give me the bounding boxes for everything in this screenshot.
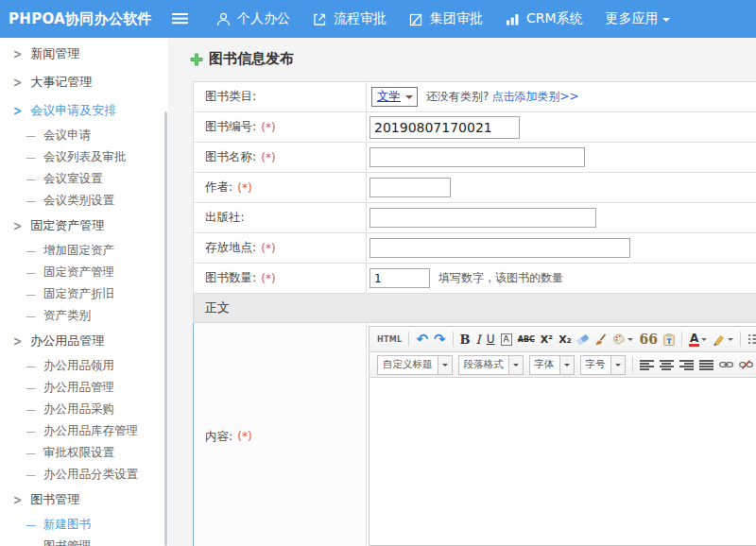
select-arrow-icon — [405, 95, 413, 103]
field-label: 图书名称:(*) — [194, 143, 367, 172]
sidebar-subitem-label: 办公用品管理 — [43, 380, 114, 396]
sidebar-subitem-label: 固定资产管理 — [43, 264, 114, 281]
sidebar-subitem[interactable]: —会议申请 — [0, 125, 168, 146]
bold-button[interactable]: B — [460, 333, 471, 347]
dash-icon: — — [26, 173, 36, 185]
hamburger-menu-icon[interactable] — [172, 13, 188, 25]
custom-title-dropdown[interactable]: 自定义标题 — [377, 355, 453, 375]
sidebar-subitem[interactable]: —增加固定资产 — [0, 240, 168, 262]
italic-button[interactable]: I — [476, 333, 481, 347]
font-family-dropdown[interactable]: 字体 — [529, 355, 575, 375]
book-name-input[interactable] — [369, 147, 585, 167]
dropdown-arrow-icon — [559, 356, 574, 374]
toolbar-separator — [681, 332, 682, 347]
align-right-button[interactable] — [679, 360, 694, 370]
redo-button[interactable]: ↷ — [434, 333, 446, 347]
highlight-button[interactable] — [713, 333, 733, 346]
font-color-button[interactable]: A — [689, 333, 707, 347]
field-label: 存放地点:(*) — [194, 233, 367, 263]
remove-link-button[interactable] — [739, 360, 753, 369]
sidebar-subitem-label: 固定资产折旧 — [43, 286, 114, 302]
align-justify-button[interactable] — [699, 360, 713, 370]
sidebar-item-books[interactable]: >图书管理 — [0, 486, 168, 514]
sidebar-subitem-new-book[interactable]: —新建图书 — [0, 514, 168, 536]
editor-canvas[interactable] — [369, 378, 756, 545]
align-center-button[interactable] — [660, 360, 674, 370]
dash-icon: — — [26, 382, 36, 394]
autoformat-button[interactable]: A — [501, 333, 512, 346]
quantity-input[interactable] — [369, 268, 430, 288]
paragraph-format-dropdown[interactable]: 段落格式 — [458, 355, 524, 375]
subscript-button[interactable]: X₂ — [558, 333, 571, 346]
sidebar-item-events[interactable]: >大事记管理 — [0, 68, 168, 96]
field-label: 内容:(*) — [194, 323, 367, 546]
nav-crm-system[interactable]: CRM系统 — [506, 10, 583, 27]
dash-icon: — — [26, 245, 36, 257]
sidebar-item-meetings[interactable]: >会议申请及安排 — [0, 96, 168, 125]
blockquote-button[interactable]: 66 — [639, 333, 657, 346]
nav-personal-office[interactable]: 个人办公 — [216, 10, 290, 27]
sidebar-subitem[interactable]: —办公用品库存管理 — [0, 420, 168, 442]
sidebar-item-supplies[interactable]: >办公用品管理 — [0, 327, 168, 355]
dash-icon: — — [26, 519, 36, 531]
sidebar-subitem[interactable]: —审批权限设置 — [0, 442, 168, 464]
sidebar-item-news[interactable]: >新闻管理 — [0, 40, 168, 68]
add-category-link[interactable]: 点击添加类别>> — [491, 89, 578, 105]
sidebar-subitem[interactable]: —会议列表及审批 — [0, 146, 168, 168]
form-row-book-no: 图书编号:(*) — [194, 112, 756, 143]
font-size-dropdown[interactable]: 字号 — [580, 355, 626, 375]
sidebar-subitem[interactable]: —固定资产管理 — [0, 262, 168, 283]
eraser-button[interactable] — [576, 333, 589, 345]
sidebar-item-assets[interactable]: >固定资产管理 — [0, 212, 168, 240]
format-brush-button[interactable] — [594, 333, 607, 346]
link-icon — [719, 360, 733, 369]
sidebar-subitem[interactable]: —固定资产折旧 — [0, 283, 168, 305]
dropdown-arrow-icon — [610, 356, 625, 374]
chevron-right-icon: > — [13, 333, 22, 349]
sidebar-subitem[interactable]: —图书管理 — [0, 536, 168, 546]
strikethrough-button[interactable]: ABC — [518, 335, 535, 344]
align-justify-icon — [699, 360, 713, 370]
category-selected-value: 文学 — [377, 89, 401, 105]
undo-button[interactable]: ↶ — [416, 333, 428, 347]
unlink-icon — [739, 360, 753, 369]
eraser-icon — [576, 333, 589, 345]
author-input[interactable] — [369, 178, 451, 197]
nav-more-apps[interactable]: 更多应用 — [606, 10, 670, 27]
nav-label: CRM系统 — [526, 10, 583, 27]
publisher-input[interactable] — [369, 208, 596, 228]
form-row-quantity: 图书数量:(*) 填写数字，该图书的数量 — [194, 264, 756, 294]
html-source-button[interactable]: HTML — [377, 335, 402, 344]
nav-process-approval[interactable]: 流程审批 — [313, 10, 387, 27]
paste-text-button[interactable]: T — [663, 333, 675, 346]
ordered-list-button[interactable] — [747, 333, 756, 345]
sidebar-subitem[interactable]: —办公用品管理 — [0, 377, 168, 399]
sidebar-scrollbar[interactable] — [164, 111, 167, 546]
dash-icon: — — [26, 469, 36, 481]
sidebar-subitem-label: 新建图书 — [43, 517, 91, 533]
sidebar-subitem-label: 增加固定资产 — [43, 243, 114, 259]
sidebar-subitem[interactable]: —会议类别设置 — [0, 190, 168, 212]
editor-toolbar-row1: HTML ↶ ↷ B I U A ABC X² X₂ — [369, 327, 756, 352]
location-input[interactable] — [369, 238, 630, 258]
category-select[interactable]: 文学 — [371, 87, 418, 107]
palette-icon — [612, 333, 626, 345]
insert-link-button[interactable] — [719, 360, 733, 369]
underline-button[interactable]: U — [487, 333, 495, 346]
book-no-input[interactable] — [369, 116, 520, 139]
superscript-button[interactable]: X² — [541, 333, 553, 346]
nav-group-approval[interactable]: 集团审批 — [409, 10, 483, 27]
align-left-button[interactable] — [640, 360, 654, 370]
dash-icon: — — [26, 129, 36, 142]
sidebar-subitem-label: 办公用品分类设置 — [43, 467, 138, 483]
sidebar-subitem[interactable]: —办公用品采购 — [0, 399, 168, 420]
sidebar-subitem[interactable]: —会议室设置 — [0, 168, 168, 190]
sidebar-subitem[interactable]: —办公用品领用 — [0, 355, 168, 377]
nav-label: 个人办公 — [237, 10, 290, 27]
sidebar-subitem[interactable]: —资产类别 — [0, 305, 168, 327]
sidebar-subitem[interactable]: —办公用品分类设置 — [0, 464, 168, 486]
color-palette-button[interactable] — [612, 333, 633, 345]
nav-label: 集团审批 — [430, 10, 483, 27]
required-marker: (*) — [237, 181, 251, 195]
user-icon — [216, 12, 231, 26]
